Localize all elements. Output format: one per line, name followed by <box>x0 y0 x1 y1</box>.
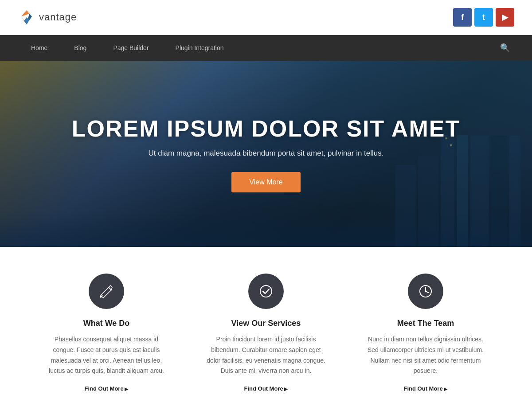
hero-cta-button[interactable]: View More <box>231 172 300 192</box>
svg-point-20 <box>425 290 426 292</box>
hero-content: LOREM IPSUM DOLOR SIT AMET Ut diam magna… <box>54 115 478 192</box>
nav-item-home[interactable]: Home <box>18 36 61 59</box>
what-we-do-icon-circle <box>89 274 124 309</box>
what-we-do-link[interactable]: Find Out More <box>85 385 129 392</box>
edit-icon <box>99 284 114 299</box>
nav-item-page-builder[interactable]: Page Builder <box>100 36 162 59</box>
youtube-button[interactable]: ▶ <box>496 8 514 27</box>
svg-point-16 <box>260 286 272 297</box>
team-title: Meet The Team <box>364 319 488 328</box>
nav-item-blog[interactable]: Blog <box>61 36 100 59</box>
features-section: What We Do Phasellus consequat aliquet m… <box>0 247 532 399</box>
team-link[interactable]: Find Out More <box>404 385 448 392</box>
site-header: vantage f t ▶ <box>0 0 532 35</box>
feature-what-we-do: What We Do Phasellus consequat aliquet m… <box>35 274 177 392</box>
hero-section: LOREM IPSUM DOLOR SIT AMET Ut diam magna… <box>0 61 532 247</box>
feature-team: Meet The Team Nunc in diam non tellus di… <box>355 274 497 392</box>
what-we-do-desc: Phasellus consequat aliquet massa id con… <box>44 334 168 376</box>
checkmark-icon <box>258 284 274 299</box>
team-icon-circle <box>408 274 443 309</box>
services-icon-circle <box>248 274 284 309</box>
hero-title: LOREM IPSUM DOLOR SIT AMET <box>72 115 460 142</box>
clock-icon <box>418 284 433 299</box>
svg-marker-0 <box>21 10 29 16</box>
social-icons: f t ▶ <box>453 8 514 27</box>
twitter-button[interactable]: t <box>474 8 493 27</box>
what-we-do-title: What We Do <box>44 319 168 328</box>
services-link[interactable]: Find Out More <box>244 385 288 392</box>
facebook-button[interactable]: f <box>453 8 472 27</box>
team-desc: Nunc in diam non tellus dignissim ultric… <box>364 334 488 376</box>
logo-icon <box>18 8 35 26</box>
logo[interactable]: vantage <box>18 8 77 26</box>
search-button[interactable]: 🔍 <box>496 35 514 61</box>
logo-text: vantage <box>39 12 77 23</box>
hero-subtitle: Ut diam magna, malesuada bibendum porta … <box>72 149 460 158</box>
nav-item-plugin-integration[interactable]: Plugin Integration <box>162 36 237 59</box>
services-desc: Proin tincidunt lorem id justo facilisis… <box>204 334 328 376</box>
feature-services: View Our Services Proin tincidunt lorem … <box>195 274 337 392</box>
services-title: View Our Services <box>204 319 328 328</box>
main-nav: Home Blog Page Builder Plugin Integratio… <box>0 35 532 61</box>
nav-items: Home Blog Page Builder Plugin Integratio… <box>18 36 496 59</box>
